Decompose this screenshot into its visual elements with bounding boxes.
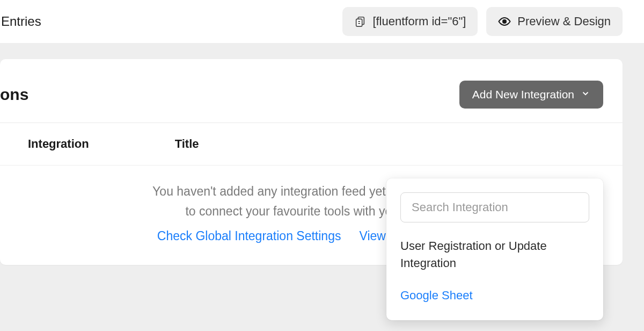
integration-option-google-sheet[interactable]: Google Sheet: [400, 287, 589, 304]
integrations-card: ons Add New Integration Integration Titl…: [0, 59, 623, 265]
topbar-actions: [fluentform id="6"] Preview & Design: [342, 7, 623, 36]
shortcode-text: [fluentform id="6"]: [372, 15, 466, 28]
link-global-integration-settings[interactable]: Check Global Integration Settings: [157, 229, 341, 243]
tab-entries[interactable]: Entries: [0, 14, 41, 29]
topbar: Entries [fluentform id="6"] Preview & De: [0, 0, 644, 43]
card-header: ons Add New Integration: [0, 59, 623, 123]
add-new-integration-label: Add New Integration: [472, 88, 574, 101]
copy-icon: [354, 16, 366, 27]
search-integration-input[interactable]: [400, 192, 589, 222]
preview-design-button[interactable]: Preview & Design: [486, 7, 623, 36]
integration-option-user-registration[interactable]: User Registration or Update Integration: [400, 238, 589, 272]
page-title: ons: [0, 85, 28, 104]
chevron-down-icon: [581, 88, 590, 101]
preview-design-label: Preview & Design: [517, 15, 611, 28]
column-title: Title: [175, 137, 199, 151]
eye-icon: [498, 15, 511, 28]
shortcode-pill[interactable]: [fluentform id="6"]: [342, 7, 478, 36]
add-new-integration-button[interactable]: Add New Integration: [459, 81, 603, 109]
svg-point-4: [503, 20, 506, 23]
column-integration: Integration: [28, 137, 89, 151]
table-header: Integration Title: [0, 123, 623, 165]
add-integration-popover: User Registration or Update Integration …: [386, 178, 603, 320]
svg-rect-1: [356, 19, 362, 26]
